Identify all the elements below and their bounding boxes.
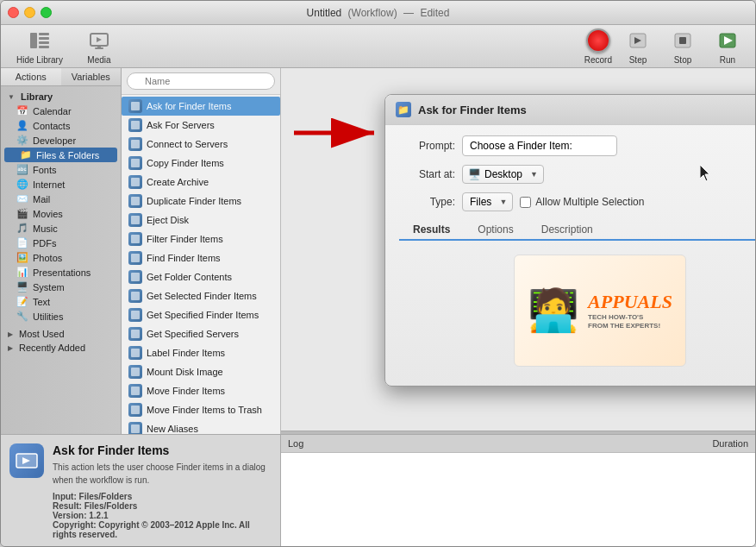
run-label: Run	[720, 55, 735, 65]
start-at-display: 🖥️ Desktop ▼	[462, 165, 544, 184]
close-button[interactable]	[8, 7, 19, 18]
action-filter-finder-items[interactable]: Filter Finder Items	[122, 229, 280, 248]
action-move-finder-items[interactable]: Move Finder Items	[122, 381, 280, 400]
action-copy-finder-items[interactable]: Copy Finder Items	[122, 154, 280, 173]
appuals-brand: APPUALS	[588, 291, 672, 313]
action-find-finder-items[interactable]: Find Finder Items	[122, 248, 280, 267]
record-button[interactable]: Record	[584, 28, 612, 65]
info-result: Result: Files/Folders	[53, 501, 272, 511]
dialog-type-row: Type: Files ▼ Allow Multiple Selec	[399, 192, 755, 211]
action-icon	[128, 327, 142, 341]
search-wrap: 🔍	[127, 72, 275, 90]
svg-rect-4	[39, 46, 49, 48]
sidebar-item-text[interactable]: 📝 Text	[1, 294, 121, 309]
dialog-title: Ask for Finder Items	[418, 104, 755, 116]
sidebar-item-mail[interactable]: ✉️ Mail	[1, 192, 121, 206]
sidebar-item-movies[interactable]: 🎬 Movies	[1, 206, 121, 221]
media-button[interactable]: Media	[80, 25, 118, 68]
action-icon	[128, 403, 142, 417]
tab-actions[interactable]: Actions	[1, 68, 61, 85]
action-icon	[128, 308, 142, 322]
copyright-label: Copyright:	[53, 520, 97, 530]
sidebar-item-files-folders[interactable]: 📁 Files & Folders	[4, 148, 117, 162]
dialog-title-icon: 📁	[396, 102, 411, 117]
step-icon	[626, 28, 650, 53]
svg-rect-8	[97, 46, 101, 47]
toolbar-right: Record Step Stop	[584, 25, 747, 68]
dialog-tab-results[interactable]: Results	[399, 220, 464, 241]
allow-multiple-checkbox[interactable]	[520, 197, 531, 208]
step-button[interactable]: Step	[619, 25, 657, 68]
step-label: Step	[629, 55, 647, 65]
hide-library-button[interactable]: Hide Library	[9, 25, 70, 68]
stop-icon	[671, 28, 695, 53]
sidebar-item-calendar[interactable]: 📅 Calendar	[1, 104, 121, 118]
sidebar-item-contacts[interactable]: 👤 Contacts	[1, 118, 121, 133]
action-icon	[128, 384, 142, 398]
svg-rect-0	[30, 33, 37, 48]
record-label: Record	[584, 55, 612, 65]
maximize-button[interactable]	[41, 7, 52, 18]
window-separator: —	[403, 7, 414, 19]
log-header: Log Duration	[281, 435, 755, 453]
dialog-tab-description[interactable]: Description	[528, 220, 607, 239]
sidebar-item-music[interactable]: 🎵 Music	[1, 221, 121, 236]
action-ask-for-servers[interactable]: Ask For Servers	[122, 116, 280, 135]
sidebar-item-recently-added[interactable]: ▶ Recently Added	[1, 341, 121, 355]
action-connect-to-servers[interactable]: Connect to Servers	[122, 135, 280, 154]
window-title: Untitled (Workflow) — Edited	[307, 7, 450, 19]
prompt-input[interactable]	[462, 135, 617, 156]
stop-label: Stop	[674, 55, 692, 65]
action-ask-for-finder-items[interactable]: Ask for Finder Items	[122, 97, 280, 116]
action-new-aliases[interactable]: New Aliases	[122, 419, 280, 434]
action-icon	[128, 289, 142, 303]
sidebar-item-most-used[interactable]: ▶ Most Used	[1, 327, 121, 341]
sidebar-item-photos[interactable]: 🖼️ Photos	[1, 250, 121, 265]
action-icon	[128, 251, 142, 265]
minimize-button[interactable]	[24, 7, 35, 18]
action-get-specified-servers[interactable]: Get Specified Servers	[122, 324, 280, 343]
sidebar-item-library[interactable]: ▼ Library	[1, 90, 121, 104]
sidebar-item-developer[interactable]: ⚙️ Developer	[1, 133, 121, 148]
info-copyright: Copyright: Copyright © 2003–2012 Apple I…	[53, 520, 272, 539]
version-value: 1.2.1	[89, 511, 108, 520]
actions-list: Ask for Finder Items Ask For Servers Con…	[122, 95, 280, 434]
sidebar-item-system[interactable]: 🖥️ System	[1, 280, 121, 294]
sidebar-item-presentations[interactable]: 📊 Presentations	[1, 265, 121, 280]
action-get-folder-contents[interactable]: Get Folder Contents	[122, 267, 280, 286]
dialog-start-row: Start at: 🖥️ Desktop ▼	[399, 165, 755, 184]
dialog-tab-options[interactable]: Options	[464, 220, 527, 239]
start-at-label: Start at:	[399, 168, 455, 180]
info-panel: Ask for Finder Items This action lets th…	[1, 435, 281, 546]
action-create-archive[interactable]: Create Archive	[122, 173, 280, 192]
sidebar-item-internet[interactable]: 🌐 Internet	[1, 177, 121, 192]
svg-rect-3	[39, 41, 49, 44]
action-label-finder-items[interactable]: Label Finder Items	[122, 343, 280, 362]
action-move-finder-items-to-trash[interactable]: Move Finder Items to Trash	[122, 400, 280, 419]
window-type: (Workflow)	[348, 7, 397, 19]
start-at-chevron: ▼	[530, 170, 538, 179]
sidebar-item-utilities[interactable]: 🔧 Utilities	[1, 309, 121, 324]
sidebar-item-fonts[interactable]: 🔤 Fonts	[1, 162, 121, 177]
media-icon	[87, 28, 111, 53]
tab-variables[interactable]: Variables	[61, 68, 122, 85]
action-mount-disk-image[interactable]: Mount Disk Image	[122, 362, 280, 381]
stop-button[interactable]: Stop	[664, 25, 702, 68]
start-at-select-wrap: 🖥️ Desktop ▼	[462, 165, 544, 184]
action-eject-disk[interactable]: Eject Disk	[122, 211, 280, 229]
svg-rect-7	[95, 47, 103, 49]
sidebar-tabs: Actions Variables	[1, 68, 121, 86]
window-name: Untitled	[307, 7, 342, 19]
search-input[interactable]	[127, 72, 275, 90]
action-icon	[128, 232, 142, 246]
action-get-specified-finder-items[interactable]: Get Specified Finder Items	[122, 305, 280, 324]
sidebar-item-pdfs[interactable]: 📄 PDFs	[1, 236, 121, 250]
action-duplicate-finder-items[interactable]: Duplicate Finder Items	[122, 192, 280, 211]
action-get-selected-finder-items[interactable]: Get Selected Finder Items	[122, 286, 280, 305]
info-title: Ask for Finder Items	[53, 443, 272, 457]
run-icon	[715, 28, 740, 53]
recently-added-label: Recently Added	[19, 343, 85, 353]
start-at-value: Desktop	[484, 168, 522, 180]
sidebar-library-label: Library	[21, 91, 53, 102]
run-button[interactable]: Run	[709, 25, 747, 68]
